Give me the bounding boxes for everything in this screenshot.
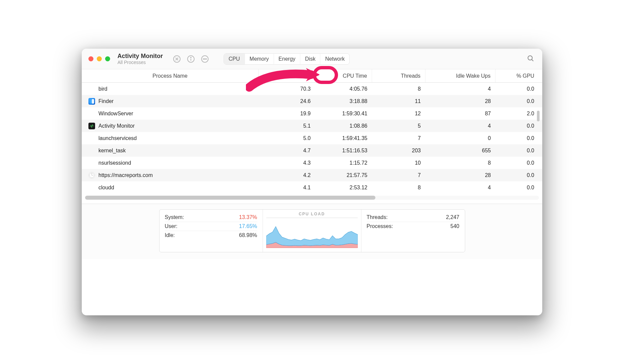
columns-header: Process Name % CPU⌄ CPU Time Threads Idl… [82,69,542,83]
cpu-load-chart: CPU LOAD [263,210,361,252]
cell-wakeups: 4 [425,86,496,92]
cell-threads: 12 [372,111,425,117]
finder-icon [88,98,95,105]
cell-cpu: 5.0 [259,135,315,141]
process-name-text: bird [98,86,107,92]
svg-point-7 [203,59,204,59]
maximize-button[interactable] [105,56,110,61]
cell-time: 3:18.88 [315,98,372,104]
cell-process-name: nsurlsessiond [82,160,259,166]
processes-label: Processes: [367,223,393,229]
search-icon[interactable] [527,55,534,63]
close-button[interactable] [88,56,93,61]
table-row[interactable]: kernel_task4.71:51:16.532036550.0 [82,144,542,157]
col-cpu-time[interactable]: CPU Time [315,69,372,82]
cell-wakeups: 4 [425,185,496,191]
cell-wakeups: 655 [425,148,496,154]
idle-value: 68.98% [239,232,257,238]
minimize-button[interactable] [97,56,102,61]
table-row[interactable]: bird70.34:05.76840.0 [82,83,542,95]
cell-wakeups: 8 [425,160,496,166]
process-name-text: launchservicesd [98,135,137,141]
scroll-thumb[interactable] [537,111,540,121]
summary-cpu-stats: System: 13.37% User: 17.65% Idle: 68.98% [160,210,263,252]
chart-title: CPU LOAD [266,212,358,218]
cell-process-name: Finder [82,98,259,105]
cell-process-name: launchservicesd [82,135,259,142]
user-value: 17.65% [239,223,257,229]
cell-process-name: bird [82,86,259,92]
tab-memory[interactable]: Memory [245,54,274,64]
more-options-icon[interactable] [201,55,209,63]
cell-time: 1:59:41.35 [315,135,372,141]
table-row[interactable]: nsurlsessiond4.31:15.721080.0 [82,157,542,169]
cell-cpu: 4.3 [259,160,315,166]
col-threads[interactable]: Threads [372,69,425,82]
cell-threads: 11 [372,98,425,104]
tab-group: CPU Memory Energy Disk Network [224,53,350,65]
summary-panel: System: 13.37% User: 17.65% Idle: 68.98%… [159,209,465,252]
cell-threads: 7 [372,172,425,178]
cell-threads: 8 [372,185,425,191]
cell-process-name: Activity Monitor [82,123,259,129]
cell-gpu: 0.0 [496,185,539,191]
table-row[interactable]: Activity Monitor5.11:08.86540.0 [82,120,542,132]
tab-cpu[interactable]: CPU [224,54,245,64]
tab-energy[interactable]: Energy [274,54,301,64]
col-gpu[interactable]: % GPU [496,69,539,82]
webpage-icon [88,172,95,179]
cell-cpu: 70.3 [259,86,315,92]
process-name-text: kernel_task [98,148,126,154]
cell-cpu: 4.7 [259,148,315,154]
cell-process-name: cloudd [82,184,259,191]
table-row[interactable]: launchservicesd5.01:59:41.35700.0 [82,132,542,144]
col-label: Idle Wake Ups [456,73,491,79]
cell-process-name: kernel_task [82,147,259,154]
titlebar: Activity Monitor All Processes CPU Memor… [82,49,542,69]
system-label: System: [165,214,184,220]
horizontal-scrollbar[interactable] [85,196,539,200]
table-row[interactable]: Finder24.63:18.8811280.0 [82,95,542,107]
cell-threads: 8 [372,86,425,92]
cell-time: 2:53.12 [315,185,372,191]
svg-line-11 [532,60,534,61]
blank-icon [88,160,95,166]
table-row[interactable]: cloudd4.12:53.12840.0 [82,181,542,194]
cell-wakeups: 87 [425,111,496,117]
blank-icon [88,147,95,154]
svg-point-10 [528,56,532,60]
blank-icon [88,135,95,142]
cell-cpu: 4.1 [259,185,315,191]
process-table: bird70.34:05.76840.0Finder24.63:18.88112… [82,83,542,194]
summary-processes-row: Processes: 540 [367,222,459,231]
vertical-scrollbar[interactable] [537,111,540,121]
tab-disk[interactable]: Disk [300,54,320,64]
cell-threads: 203 [372,148,425,154]
stop-process-icon[interactable] [173,55,181,63]
svg-rect-13 [92,99,94,104]
process-name-text: https://macreports.com [98,172,153,178]
col-wakeups[interactable]: Idle Wake Ups [425,69,496,82]
summary-counts: Threads: 2,247 Processes: 540 [361,210,465,252]
table-row[interactable]: WindowServer19.91:59:30.4112872.0 [82,107,542,120]
processes-value: 540 [450,223,459,229]
cell-process-name: https://macreports.com [82,172,259,179]
info-icon[interactable] [187,55,195,63]
cell-time: 4:05.76 [315,86,372,92]
col-cpu[interactable]: % CPU⌄ [259,69,315,82]
cell-gpu: 0.0 [496,86,539,92]
col-label: % CPU [287,73,304,79]
tab-network[interactable]: Network [320,54,349,64]
cell-time: 21:57.75 [315,172,372,178]
cell-time: 1:51:16.53 [315,148,372,154]
svg-point-8 [205,59,205,59]
cell-wakeups: 0 [425,135,496,141]
hscroll-thumb[interactable] [85,196,375,200]
cell-gpu: 0.0 [496,172,539,178]
table-row[interactable]: https://macreports.com4.221:57.757280.0 [82,169,542,181]
col-process-name[interactable]: Process Name [82,69,259,82]
cell-threads: 5 [372,123,425,129]
cell-gpu: 0.0 [496,135,539,141]
footer-summary: System: 13.37% User: 17.65% Idle: 68.98%… [82,204,542,259]
svg-point-9 [206,59,207,59]
